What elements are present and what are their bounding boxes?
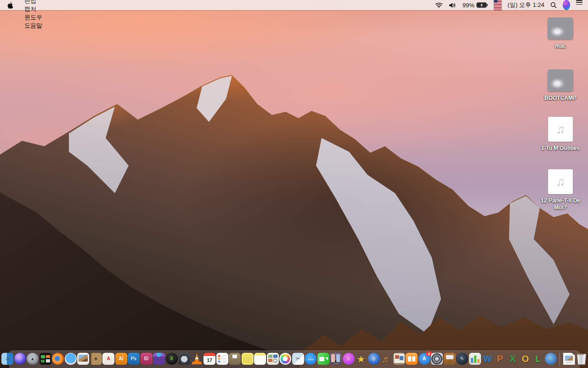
menu-bar-left: 화면 캡처파일편집캡처윈도우도움말 (0, 0, 55, 10)
dock-ibooks[interactable] (406, 353, 418, 365)
dock-icon-glyph: Ps (131, 356, 136, 361)
dock-numbers[interactable] (469, 353, 481, 365)
dock-grab-screen-capture[interactable]: ✂ (292, 353, 304, 365)
dock-acrobat[interactable]: A (102, 353, 114, 365)
dock-image-capture[interactable] (267, 353, 279, 365)
battery-percent: 99% (463, 2, 475, 9)
dock-x-app[interactable]: X (166, 353, 178, 365)
battery-menu-extra[interactable]: 99% (463, 0, 488, 10)
dock: ☺ ▲ (9, 351, 580, 368)
dock-downloader[interactable]: ↓ (545, 353, 557, 365)
desktop-icon-label: 1 Tu M'Oublies (541, 145, 580, 152)
dock-scrapbook[interactable] (393, 353, 405, 365)
dock-idvd[interactable]: ◎ (368, 353, 380, 365)
dock-indesign[interactable]: ID (141, 353, 153, 365)
dock-preview[interactable] (77, 353, 89, 365)
dock-icon-glyph: ♪ (347, 356, 350, 361)
dock-icon-glyph: … (307, 354, 314, 361)
dock-archive-box[interactable] (229, 353, 241, 365)
dock-notes[interactable] (254, 353, 266, 365)
dock-reminders[interactable] (216, 353, 228, 365)
dock-excel[interactable]: X (507, 353, 519, 365)
dock-contacts[interactable]: ☻ (90, 353, 102, 365)
dock-photos[interactable] (279, 353, 291, 365)
apple-menu[interactable] (0, 0, 20, 10)
desktop-icon-label: mac (555, 43, 566, 50)
desktop-screen: 화면 캡처파일편집캡처윈도우도움말 99% (0, 0, 588, 368)
dock-icon-glyph: X (509, 354, 515, 363)
menu-items: 화면 캡처파일편집캡처윈도우도움말 (20, 0, 55, 30)
dock-icon-glyph: ✂ (296, 356, 300, 361)
dock-jpeg-document[interactable] (563, 353, 575, 365)
desktop-icon-image: ♫ (548, 169, 573, 194)
dock-icon-glyph: X (170, 356, 173, 361)
dock-siri[interactable] (14, 353, 26, 365)
volume-mac[interactable]: mac (537, 17, 584, 50)
music-note-icon: ♫ (556, 176, 565, 188)
menu-bar-status: 99% (일) 오후 1:24 (435, 0, 588, 10)
dock-photo-booth[interactable] (330, 353, 342, 365)
siri-icon[interactable] (563, 0, 570, 10)
dock-icon-glyph: ♬ (382, 354, 391, 364)
dock-messages[interactable]: … (305, 353, 317, 365)
dock-facetime[interactable] (317, 353, 329, 365)
dock-itunes[interactable]: ♪ (343, 353, 355, 365)
notification-center-icon[interactable] (576, 0, 582, 10)
dock-finder[interactable]: ☺ (1, 353, 13, 365)
us-flag-icon[interactable] (494, 0, 502, 10)
volume-bootcamp[interactable]: BOOTCAMP (537, 69, 584, 102)
dock-icon-glyph: L (535, 354, 541, 363)
dock-photoshop[interactable]: Ps (128, 353, 140, 365)
dock-launchpad[interactable]: ▲ (27, 353, 39, 365)
dock-icon-glyph: P (497, 354, 503, 363)
dock-icon-glyph: A (423, 356, 426, 361)
dock-icon-glyph: ☻ (93, 356, 98, 361)
menu-window[interactable]: 윈도우 (20, 13, 55, 22)
dock-mission-control[interactable] (40, 353, 51, 365)
dock-icon-glyph: Ai (119, 356, 124, 361)
dock-powerpoint[interactable]: P (494, 353, 506, 365)
dock-separator[interactable] (560, 353, 560, 366)
dock-garageband[interactable]: ♬ (380, 353, 392, 365)
dock-app-store[interactable]: A 4 (418, 353, 430, 365)
dock-illustrator[interactable]: Ai (115, 353, 127, 365)
music-note-icon: ♫ (556, 123, 565, 136)
dock-outlook[interactable]: O (520, 353, 531, 365)
menu-help[interactable]: 도움말 (20, 22, 55, 30)
dock-icon-glyph: ▲ (30, 356, 35, 361)
battery-charging-icon (476, 2, 488, 8)
dock-icon-glyph: ID (144, 356, 149, 361)
running-indicator (7, 366, 8, 367)
clock[interactable]: (일) 오후 1:24 (508, 0, 544, 10)
dock-word[interactable]: W (481, 353, 493, 365)
desktop-icon-label: 12 Parle-T-Il De Moi? (537, 197, 584, 211)
dock-fan-utility[interactable] (178, 353, 190, 365)
dock-icon-glyph: 17 (207, 358, 212, 363)
menu-bar: 화면 캡처파일편집캡처윈도우도움말 99% (0, 0, 588, 10)
dock-system-preferences[interactable] (431, 353, 443, 365)
dock-icon-glyph: ↓ (549, 356, 552, 361)
dock-firefox[interactable] (52, 353, 64, 365)
dock-imovie[interactable]: ★ (355, 353, 367, 365)
dock-stickies[interactable] (242, 353, 254, 365)
spotlight-search-icon[interactable] (550, 0, 557, 10)
dock-calendar[interactable]: 17 (204, 353, 215, 365)
volume-icon[interactable] (449, 0, 457, 10)
dock-vlc[interactable] (191, 353, 203, 365)
dock-icon-glyph: ✎ (460, 356, 464, 361)
dock-icon-glyph: ☺ (5, 356, 10, 361)
dock-lync[interactable]: L (532, 353, 544, 365)
file-12-parle-t-il-de-moi[interactable]: ♫ 12 Parle-T-Il De Moi? (537, 169, 584, 211)
dock-pages[interactable]: ✎ (456, 353, 468, 365)
dock-safari[interactable] (65, 353, 77, 365)
wifi-icon[interactable] (435, 0, 443, 10)
menu-edit[interactable]: 편집 (20, 0, 55, 5)
file-1-tu-moublies[interactable]: ♫ 1 Tu M'Oublies (537, 117, 584, 152)
menu-capture[interactable]: 캡처 (20, 5, 55, 13)
dock-toast[interactable] (153, 353, 165, 365)
dock-keynote[interactable] (444, 353, 456, 365)
dock-icon-glyph: ◎ (372, 356, 376, 361)
running-indicator (297, 366, 299, 367)
desktop-icon-column: mac BOOTCAMP ♫ 1 Tu M'Oublies ♫ 12 Parle… (533, 0, 588, 368)
dock-icon-glyph: W (483, 354, 492, 363)
